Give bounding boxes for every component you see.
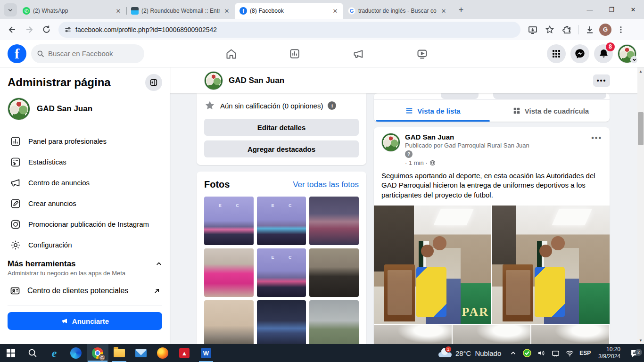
downloads-button[interactable] — [582, 22, 597, 37]
sidebar-item-boost-instagram[interactable]: Promocionar publicación de Instagram — [8, 214, 162, 235]
bookmark-button[interactable] — [542, 22, 557, 37]
tray-volume-icon[interactable] — [534, 349, 548, 357]
nav-home-button[interactable] — [217, 42, 245, 65]
photo-thumbnail[interactable] — [204, 248, 254, 297]
tab-roundcube[interactable]: (2) Roundcube Webmail :: Entra ✕ — [126, 3, 235, 19]
tab-close-button[interactable]: ✕ — [439, 7, 448, 15]
scrollbar-thumb[interactable] — [638, 112, 644, 145]
post-author-avatar[interactable] — [381, 133, 400, 152]
see-all-photos-link[interactable]: Ver todas las fotos — [293, 180, 359, 189]
photo-thumbnail[interactable]: E C — [257, 197, 306, 245]
taskbar-firefox[interactable] — [152, 344, 173, 362]
sidebar-title: Administrar página — [8, 76, 111, 89]
taskbar-internet-explorer[interactable]: e — [43, 344, 65, 362]
sidebar-item-create-ads[interactable]: Crear anuncios — [8, 193, 162, 214]
facebook-search[interactable] — [31, 44, 144, 63]
sidebar-item-settings[interactable]: Configuración — [8, 235, 162, 255]
language-indicator[interactable]: ESP — [577, 350, 594, 356]
sidebar-page-link[interactable]: GAD San Juan — [8, 91, 162, 128]
collapse-sidebar-button[interactable] — [145, 74, 162, 91]
forward-button[interactable] — [22, 22, 37, 37]
post-photo[interactable] — [531, 325, 609, 344]
post-photo[interactable]: PAR — [374, 206, 491, 324]
post-photo[interactable] — [374, 325, 452, 344]
taskbar-search-button[interactable] — [22, 344, 43, 362]
page-name: GAD San Juan — [37, 104, 92, 114]
messenger-button[interactable] — [570, 44, 589, 63]
photo-thumbnail[interactable] — [309, 197, 359, 245]
info-icon[interactable]: i — [328, 101, 336, 110]
extensions-button[interactable] — [559, 22, 574, 37]
nav-video-button[interactable] — [408, 42, 437, 65]
nav-insights-button[interactable] — [281, 42, 309, 65]
sidebar-item-insights[interactable]: Estadísticas — [8, 152, 162, 173]
photo-thumbnail[interactable]: E C — [204, 197, 254, 245]
tray-expand-button[interactable] — [506, 350, 520, 356]
post-timestamp[interactable]: · 1 min · — [405, 159, 428, 166]
tray-antivirus-icon[interactable] — [520, 349, 534, 357]
tab-close-button[interactable]: ✕ — [331, 7, 339, 15]
facebook-logo[interactable]: f — [8, 44, 26, 63]
tab-facebook-active[interactable]: f (8) Facebook ✕ — [235, 3, 343, 19]
sidebar-item-professional-dashboard[interactable]: Panel para profesionales — [8, 131, 162, 152]
back-button[interactable] — [5, 22, 20, 37]
help-icon[interactable]: ? — [405, 150, 413, 158]
new-tab-button[interactable]: + — [454, 3, 468, 16]
search-input[interactable] — [48, 49, 133, 58]
photo-thumbnail[interactable]: E C — [257, 248, 306, 297]
tray-wifi-icon[interactable] — [562, 349, 577, 358]
profile-avatar[interactable] — [618, 44, 636, 63]
tab-close-button[interactable]: ✕ — [223, 7, 231, 15]
photo-thumbnail[interactable] — [309, 248, 359, 297]
taskbar-edge[interactable] — [65, 344, 87, 362]
taskbar-mail[interactable] — [130, 344, 152, 362]
scroll-down-arrow[interactable]: ▼ — [637, 337, 644, 344]
maximize-button[interactable]: ❐ — [601, 0, 622, 19]
tab-google-search[interactable]: G traductor de inglés - Buscar co ✕ — [343, 3, 452, 19]
address-bar[interactable]: facebook.com/profile.php?id=100068900902… — [58, 22, 520, 38]
photo-thumbnail[interactable] — [309, 300, 359, 344]
browser-toolbar: facebook.com/profile.php?id=100068900902… — [0, 19, 644, 40]
sidebar-item-ads-center[interactable]: Centro de anuncios — [8, 173, 162, 193]
photo-thumbnail[interactable] — [204, 300, 254, 344]
browser-profile-avatar[interactable]: G — [599, 24, 611, 36]
taskbar-weather[interactable]: 1 28°C Nublado — [434, 344, 506, 362]
more-tools-header[interactable]: Más herramientas — [8, 259, 162, 269]
page-avatar[interactable] — [204, 71, 223, 90]
scroll-up-arrow[interactable]: ▲ — [637, 67, 644, 75]
post-author-name[interactable]: GAD San Juan — [405, 133, 529, 141]
post-menu-button[interactable]: ••• — [591, 134, 602, 142]
reload-button[interactable] — [39, 22, 54, 37]
taskbar-word[interactable]: W — [195, 344, 217, 362]
install-app-button[interactable] — [525, 22, 540, 37]
close-button[interactable]: ✕ — [622, 0, 644, 19]
sidebar-item-leads-center[interactable]: Centro de clientes potenciales — [8, 280, 162, 301]
photo-thumbnail[interactable] — [257, 300, 306, 344]
taskbar-chrome[interactable]: G — [87, 344, 108, 362]
tab-whatsapp[interactable]: ✆ (2) WhatsApp ✕ — [18, 3, 126, 19]
tab-grid-view[interactable]: Vista de cuadrícula — [492, 100, 610, 122]
add-featured-button[interactable]: Agregar destacados — [204, 140, 359, 157]
notifications-button[interactable]: 8 — [594, 44, 613, 63]
minimize-button[interactable]: — — [579, 0, 601, 19]
tab-close-button[interactable]: ✕ — [114, 7, 123, 15]
page-scrollbar[interactable]: ▲ ▼ — [637, 67, 644, 344]
tray-tablet-icon[interactable] — [548, 349, 562, 358]
nav-ads-button[interactable] — [345, 42, 373, 65]
taskbar-acrobat[interactable]: ▲ — [173, 344, 195, 362]
tab-search-button[interactable] — [4, 3, 17, 16]
sidebar-item-label: Promocionar publicación de Instagram — [28, 220, 149, 229]
page-content: GAD San Juan ••• Aún sin calificación (0… — [170, 67, 644, 344]
advertise-button[interactable]: Anunciarte — [8, 312, 162, 330]
start-button[interactable] — [0, 344, 22, 362]
tab-list-view[interactable]: Vista de lista — [374, 100, 492, 122]
browser-menu-button[interactable] — [613, 22, 628, 37]
edit-details-button[interactable]: Editar detalles — [204, 119, 359, 136]
post-photo[interactable] — [453, 325, 530, 344]
taskbar-clock[interactable]: 10:20 3/9/2024 — [594, 346, 625, 360]
taskbar-file-explorer[interactable] — [108, 344, 130, 362]
post-photo[interactable] — [492, 206, 610, 324]
page-more-button[interactable]: ••• — [593, 74, 610, 87]
action-center-button[interactable]: 2 — [625, 349, 644, 358]
apps-menu-button[interactable] — [547, 44, 566, 63]
